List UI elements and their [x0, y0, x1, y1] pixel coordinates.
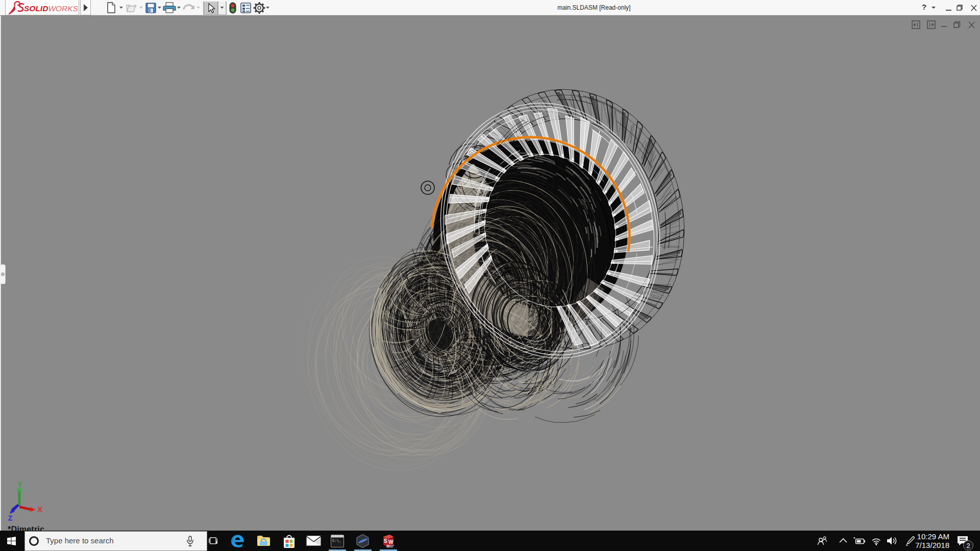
svg-text:2017: 2017	[386, 544, 394, 548]
svg-text:X: X	[38, 506, 42, 513]
svg-text:C:\_: C:\_	[332, 539, 341, 543]
svg-text:Y: Y	[18, 481, 22, 488]
svg-text:Z: Z	[8, 514, 12, 522]
svg-text:S: S	[384, 538, 387, 544]
